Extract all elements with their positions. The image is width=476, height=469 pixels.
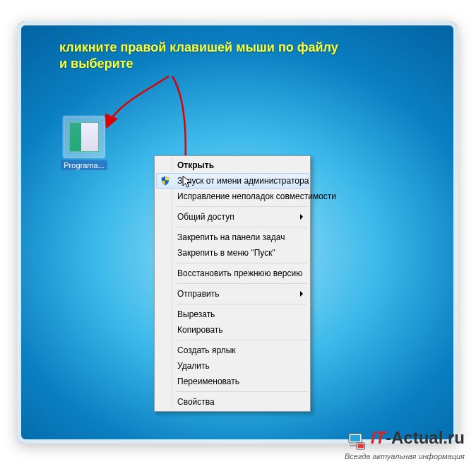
- menu-item-copy[interactable]: Копировать: [156, 322, 309, 338]
- chevron-right-icon: [300, 214, 303, 220]
- menu-item-rename[interactable]: Переименовать: [156, 374, 309, 389]
- svg-rect-1: [350, 435, 360, 441]
- site-logo-icon: [345, 432, 365, 451]
- menu-item-restore-previous[interactable]: Восстановить прежнюю версию: [156, 266, 309, 281]
- watermark-brand-it: IT: [371, 428, 386, 447]
- menu-item-send-to[interactable]: Отправить: [156, 286, 309, 302]
- menu-separator: [176, 391, 307, 392]
- menu-item-label: Отправить: [177, 289, 220, 299]
- menu-item-open[interactable]: Открыть: [156, 158, 309, 173]
- menu-item-label: Общий доступ: [177, 212, 234, 222]
- screenshot-frame: кликните правой клавишей мыши по файлу и…: [17, 21, 458, 444]
- menu-item-troubleshoot[interactable]: Исправление неполадок совместимости: [156, 189, 309, 204]
- menu-item-pin-taskbar[interactable]: Закрепить на панели задач: [156, 230, 309, 245]
- menu-separator: [176, 304, 307, 304]
- menu-item-properties[interactable]: Свойства: [156, 394, 309, 410]
- executable-icon: [64, 117, 105, 158]
- menu-separator: [176, 283, 307, 284]
- menu-item-run-as-admin[interactable]: Запуск от имени администратора: [156, 173, 309, 189]
- menu-separator: [176, 263, 307, 263]
- menu-separator: [176, 227, 307, 227]
- watermark-slogan: Всегда актуальная информация: [345, 453, 465, 461]
- desktop-icon-program[interactable]: Programa...: [56, 117, 112, 170]
- menu-item-share[interactable]: Общий доступ: [156, 209, 309, 225]
- watermark: IT-Actual.ru Всегда актуальная информаци…: [345, 429, 465, 461]
- watermark-brand-rest: -Actual.ru: [386, 428, 465, 447]
- menu-item-cut[interactable]: Вырезать: [156, 307, 309, 322]
- instruction-text: кликните правой клавишей мыши по файлу и…: [59, 40, 338, 73]
- svg-rect-5: [358, 444, 364, 449]
- menu-item-delete[interactable]: Удалить: [156, 358, 309, 374]
- chevron-right-icon: [300, 291, 303, 297]
- context-menu: Открыть Запуск от имени администратора И…: [154, 155, 311, 412]
- menu-separator: [176, 340, 307, 340]
- menu-item-create-shortcut[interactable]: Создать ярлык: [156, 343, 309, 358]
- uac-shield-icon: [160, 176, 170, 186]
- menu-item-pin-start[interactable]: Закрепить в меню "Пуск": [156, 245, 309, 261]
- menu-item-label: Запуск от имени администратора: [177, 176, 309, 186]
- menu-separator: [176, 206, 307, 207]
- desktop-icon-label: Programa...: [61, 160, 107, 170]
